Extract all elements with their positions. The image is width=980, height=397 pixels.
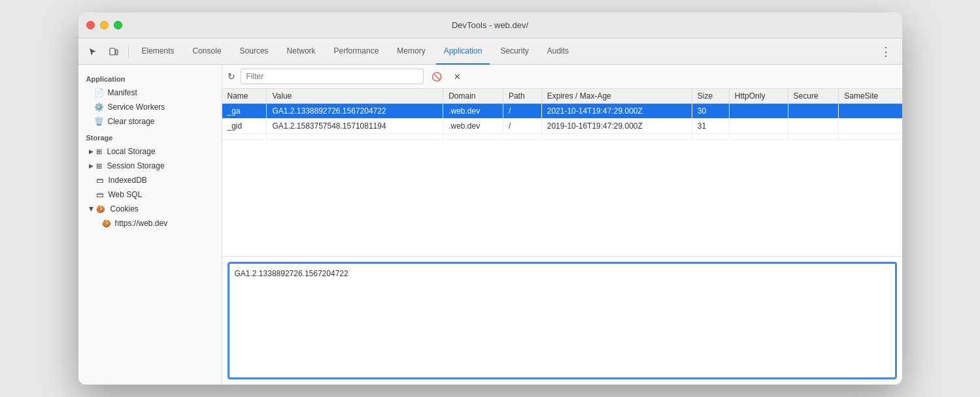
more-tools-button[interactable]: ⋮ [875, 44, 897, 59]
table-header-row: Name Value Domain Path Expires / Max-Age… [222, 89, 902, 104]
clear-button[interactable]: ✕ [450, 69, 465, 84]
expand-icon: ▶ [88, 207, 94, 212]
cell-domain: .web.dev [443, 119, 503, 134]
cell-secure [788, 119, 839, 134]
col-secure: Secure [788, 89, 839, 104]
clear-storage-icon: 🗑️ [94, 117, 104, 126]
cell-size: 30 [692, 104, 729, 119]
cell-expires: 2021-10-14T19:47:29.000Z [541, 104, 692, 119]
cell-size [692, 134, 729, 140]
tab-security[interactable]: Security [492, 39, 536, 65]
cell-samesite [839, 104, 902, 119]
svg-rect-1 [116, 50, 118, 55]
sidebar-item-clear-storage[interactable]: 🗑️ Clear storage [78, 114, 222, 129]
tab-console[interactable]: Console [185, 39, 229, 65]
tab-sources[interactable]: Sources [232, 39, 277, 65]
cookie-detail-value: GA1.2.1338892726.1567204722 [235, 269, 348, 278]
device-icon [109, 47, 118, 56]
tab-elements[interactable]: Elements [134, 39, 182, 65]
titlebar: DevTools - web.dev/ [78, 12, 902, 39]
cell-value [267, 134, 443, 140]
devtools-toolbar: Elements Console Sources Network Perform… [78, 39, 902, 65]
col-name: Name [222, 89, 267, 104]
sidebar-item-manifest[interactable]: 📄 Manifest [78, 86, 222, 100]
maximize-button[interactable] [114, 21, 122, 29]
col-domain: Domain [443, 89, 503, 104]
devtools-window: DevTools - web.dev/ Elements Console Sou… [78, 12, 902, 385]
cell-secure [788, 134, 839, 140]
cookies-table: Name Value Domain Path Expires / Max-Age… [222, 89, 902, 140]
svg-rect-0 [110, 48, 115, 55]
cell-expires: 2019-10-16T19:47:29.000Z [541, 119, 692, 134]
col-path: Path [503, 89, 541, 104]
cell-httponly [729, 104, 788, 119]
col-expires: Expires / Max-Age [541, 89, 692, 104]
cell-domain [443, 134, 503, 140]
device-toggle-button[interactable] [105, 42, 123, 61]
table-row[interactable]: _gaGA1.2.1338892726.1567204722.web.dev/2… [222, 104, 902, 119]
sidebar-item-local-storage[interactable]: ▶ ⊞ Local Storage [78, 144, 222, 159]
close-button[interactable] [86, 21, 95, 29]
cookies-table-container: Name Value Domain Path Expires / Max-Age… [222, 89, 902, 257]
sidebar-item-indexed-db[interactable]: ▶ 🗃 IndexedDB [78, 173, 222, 187]
cell-httponly [729, 119, 788, 134]
tab-memory[interactable]: Memory [389, 39, 433, 65]
cell-value: GA1.2.1338892726.1567204722 [267, 104, 443, 119]
cell-value: GA1.2.1583757548.1571081194 [267, 119, 443, 134]
indexed-db-icon: 🗃 [96, 176, 103, 184]
sidebar-item-cookies[interactable]: ▶ 🍪 Cookies [78, 202, 222, 216]
cookie-detail-pane: GA1.2.1338892726.1567204722 [228, 262, 897, 379]
col-samesite: SameSite [839, 89, 902, 104]
local-storage-icon: ⊞ [96, 148, 102, 156]
cell-expires [541, 134, 692, 140]
col-size: Size [692, 89, 729, 104]
cell-samesite [839, 134, 902, 140]
main-content: Application 📄 Manifest ⚙️ Service Worker… [78, 65, 902, 385]
sidebar-item-service-workers[interactable]: ⚙️ Service Workers [78, 100, 222, 114]
block-icon-button[interactable]: 🚫 [429, 69, 445, 84]
cookies-toolbar: ↻ 🚫 ✕ [222, 65, 902, 89]
col-httponly: HttpOnly [729, 89, 788, 104]
web-sql-icon: 🗃 [96, 191, 103, 198]
minimize-button[interactable] [100, 21, 109, 29]
tab-application[interactable]: Application [436, 39, 490, 65]
cookies-content: ↻ 🚫 ✕ Name Value Domain Path Expires / M… [222, 65, 902, 385]
cell-name: _gid [222, 119, 267, 134]
sidebar-item-web-sql[interactable]: ▶ 🗃 Web SQL [78, 187, 222, 202]
sidebar-item-session-storage[interactable]: ▶ ⊞ Session Storage [78, 159, 222, 173]
cell-path: / [503, 119, 541, 134]
window-title: DevTools - web.dev/ [452, 20, 528, 30]
tab-network[interactable]: Network [279, 39, 324, 65]
expand-icon: ▶ [89, 163, 93, 169]
session-storage-icon: ⊞ [96, 162, 102, 170]
cell-path: / [503, 104, 541, 119]
cell-path [503, 134, 541, 140]
col-value: Value [267, 89, 443, 104]
cell-samesite [839, 119, 902, 134]
cell-size: 31 [692, 119, 729, 134]
cursor-tool-button[interactable] [84, 42, 102, 61]
manifest-icon: 📄 [94, 88, 104, 97]
application-section-label: Application [78, 70, 222, 86]
cookie-url-icon: 🍪 [102, 219, 111, 228]
refresh-button[interactable]: ↻ [228, 71, 235, 82]
cell-name [222, 134, 267, 140]
cell-httponly [729, 134, 788, 140]
cursor-icon [88, 47, 97, 56]
cell-domain: .web.dev [443, 104, 503, 119]
traffic-lights [86, 21, 122, 29]
cell-secure [788, 104, 839, 119]
sidebar-subitem-cookies-url[interactable]: 🍪 https://web.dev [78, 216, 222, 230]
expand-icon: ▶ [89, 148, 93, 155]
filter-input[interactable] [241, 69, 424, 84]
table-row[interactable]: _gidGA1.2.1583757548.1571081194.web.dev/… [222, 119, 902, 134]
cell-name: _ga [222, 104, 267, 119]
storage-section-label: Storage [78, 129, 222, 144]
table-row[interactable] [222, 134, 902, 140]
tab-audits[interactable]: Audits [539, 39, 577, 65]
toolbar-separator [128, 45, 129, 58]
cookies-icon: 🍪 [96, 205, 105, 214]
sidebar: Application 📄 Manifest ⚙️ Service Worker… [78, 65, 222, 385]
tab-performance[interactable]: Performance [326, 39, 387, 65]
service-workers-icon: ⚙️ [94, 103, 104, 112]
